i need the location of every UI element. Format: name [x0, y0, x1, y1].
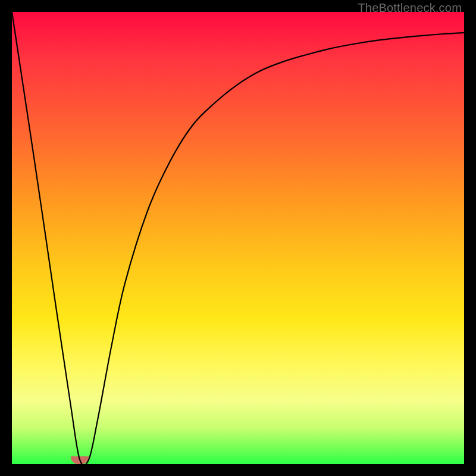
plot-area	[12, 12, 464, 464]
chart-frame: TheBottleneck.com	[0, 0, 476, 476]
bottleneck-curve	[12, 12, 464, 464]
